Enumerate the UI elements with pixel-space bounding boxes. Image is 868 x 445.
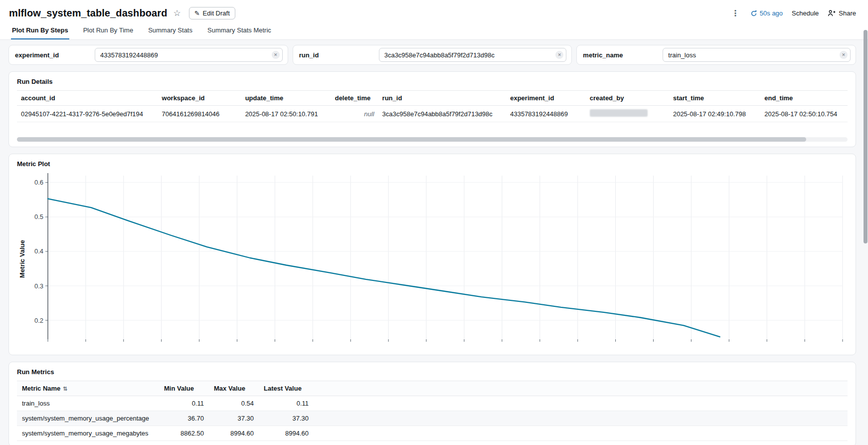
run-details-title: Run Details [17,78,848,85]
created-by-redacted [590,109,648,117]
filter-metric-name-label: metric_name [583,51,663,59]
cell-update-time: 2025-08-17 02:50:10.791 [241,106,331,122]
run-metrics-card: Run Metrics Metric Name⇅ Min Value Max V… [8,362,856,445]
filter-metric-name: metric_name ✕ [576,45,856,65]
run-details-horizontal-scrollbar [17,137,848,142]
latest-value: 0.11 [259,396,314,411]
run-metrics-header-row: Metric Name⇅ Min Value Max Value Latest … [17,381,848,396]
filter-run-id: run_id ✕ [293,45,572,65]
col-experiment-id[interactable]: experiment_id [506,91,586,106]
run-details-table: account_id workspace_id update_time dele… [17,90,848,122]
filter-metric-name-input[interactable] [663,48,851,62]
filter-experiment-id-input[interactable] [95,48,283,62]
col-start-time[interactable]: start_time [669,91,760,106]
filter-run-id-input[interactable] [379,48,567,62]
latest-value: 8994.60 [259,426,314,441]
cell-delete-time: null [331,106,378,122]
tab-summary-stats[interactable]: Summary Stats [147,22,193,39]
svg-text:0.5: 0.5 [34,213,43,221]
share-button[interactable]: Share [828,9,856,17]
metric-plot-chart[interactable]: 0.20.30.40.50.6Metric Value [17,170,848,350]
tab-summary-stats-metric[interactable]: Summary Stats Metric [206,22,272,39]
table-row: train_loss 0.11 0.54 0.11 [17,396,848,411]
max-value: 37.30 [209,411,259,426]
col-workspace-id[interactable]: workspace_id [158,91,241,106]
table-row: system/system_memory_usage_percentage 36… [17,411,848,426]
dashboard-tabs: Plot Run By Steps Plot Run By Time Summa… [0,22,868,39]
svg-text:0.3: 0.3 [34,282,43,290]
metric-plot-card: Metric Plot 0.20.30.40.50.6Metric Value [8,154,856,355]
metric-name: train_loss [17,396,159,411]
run-details-horizontal-scrollbar-thumb[interactable] [17,137,806,142]
page-vertical-scrollbar [863,0,868,445]
refresh-timestamp: 50s ago [760,9,783,17]
clear-run-id-icon[interactable]: ✕ [555,51,563,59]
col-metric-name[interactable]: Metric Name⇅ [17,381,159,396]
cell-created-by [586,106,669,122]
run-details-row: 02945107-4221-4317-9276-5e0e9ed7f194 706… [17,106,848,122]
col-latest-value[interactable]: Latest Value [259,381,314,396]
col-max-value[interactable]: Max Value [209,381,259,396]
filter-run-id-label: run_id [299,51,379,59]
run-details-header-row: account_id workspace_id update_time dele… [17,91,848,106]
col-account-id[interactable]: account_id [17,91,158,106]
max-value: 8994.60 [209,426,259,441]
col-created-by[interactable]: created_by [586,91,669,106]
col-run-id[interactable]: run_id [378,91,507,106]
cell-end-time: 2025-08-17 02:50:10.754 [760,106,848,122]
filter-experiment-id-label: experiment_id [15,51,95,59]
col-delete-time[interactable]: delete_time [331,91,378,106]
refresh-button[interactable]: 50s ago [750,9,783,17]
cell-start-time: 2025-08-17 02:49:10.798 [669,106,760,122]
col-end-time[interactable]: end_time [760,91,848,106]
run-details-empty-space [17,122,848,135]
metric-name: system/system_memory_usage_megabytes [17,426,159,441]
share-people-icon [828,9,836,17]
page-title: mlflow_system_table_dashboard [9,7,167,19]
clear-metric-name-icon[interactable]: ✕ [840,51,848,59]
col-spacer [314,381,848,396]
table-row: system/system_memory_usage_megabytes 886… [17,426,848,441]
edit-draft-button[interactable]: ✎ Edit Draft [189,7,235,19]
sort-icon[interactable]: ⇅ [63,386,67,392]
tab-plot-run-by-steps[interactable]: Plot Run By Steps [11,22,69,39]
min-value: 8862.50 [159,426,209,441]
pencil-icon: ✎ [194,9,200,17]
dashboard-content: experiment_id ✕ run_id ✕ metric_name ✕ R… [0,40,868,445]
cell-workspace-id: 7064161269814046 [158,106,241,122]
cell-run-id: 3ca3c958e7c94abb8a5f79f2d713d98c [378,106,507,122]
schedule-button[interactable]: Schedule [792,9,819,17]
refresh-icon [750,10,757,17]
svg-text:0.4: 0.4 [34,247,43,255]
cell-experiment-id: 4335783192448869 [506,106,586,122]
metric-name: system/system_memory_usage_percentage [17,411,159,426]
train-loss-line-chart: 0.20.30.40.50.6Metric Value [17,170,848,348]
run-metrics-title: Run Metrics [17,368,848,376]
min-value: 36.70 [159,411,209,426]
tab-plot-run-by-time[interactable]: Plot Run By Time [82,22,134,39]
filter-experiment-id: experiment_id ✕ [8,45,288,65]
favorite-star-icon[interactable]: ☆ [173,8,180,18]
col-min-value[interactable]: Min Value [159,381,209,396]
metric-plot-title: Metric Plot [17,160,848,168]
run-details-card: Run Details account_id workspace_id upda… [8,71,856,147]
filter-row: experiment_id ✕ run_id ✕ metric_name ✕ [8,45,856,65]
run-metrics-table: Metric Name⇅ Min Value Max Value Latest … [17,381,848,441]
page-vertical-scrollbar-thumb[interactable] [864,30,868,243]
max-value: 0.54 [209,396,259,411]
col-update-time[interactable]: update_time [241,91,331,106]
clear-experiment-id-icon[interactable]: ✕ [272,51,280,59]
svg-text:Metric Value: Metric Value [18,240,26,278]
svg-text:0.6: 0.6 [34,179,43,186]
svg-text:0.2: 0.2 [34,317,43,324]
min-value: 0.11 [159,396,209,411]
overflow-menu-icon[interactable]: ⋮ [729,8,741,18]
cell-account-id: 02945107-4221-4317-9276-5e0e9ed7f194 [17,106,158,122]
top-header: mlflow_system_table_dashboard ☆ ✎ Edit D… [0,0,868,40]
latest-value: 37.30 [259,411,314,426]
